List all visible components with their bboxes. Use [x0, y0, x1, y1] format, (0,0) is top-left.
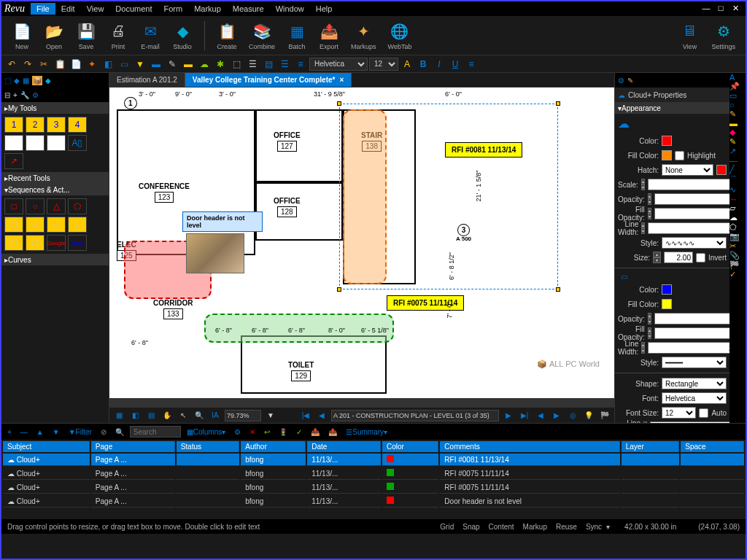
- status-snap[interactable]: Snap: [462, 523, 479, 531]
- fill-color2-swatch[interactable]: [662, 299, 672, 309]
- shape-item[interactable]: ⬠: [68, 198, 87, 214]
- tool-item[interactable]: ↗: [4, 153, 23, 169]
- line-space-input[interactable]: [650, 421, 729, 423]
- menu-view[interactable]: View: [81, 3, 110, 15]
- menu-help[interactable]: Help: [310, 3, 338, 15]
- summary-button[interactable]: ☰ Summary ▾: [343, 425, 390, 438]
- bold-icon[interactable]: B: [416, 57, 430, 71]
- italic-icon[interactable]: I: [432, 57, 446, 71]
- vtab-icon[interactable]: ∿: [729, 185, 746, 195]
- tool-icon[interactable]: ✦: [85, 57, 99, 71]
- tool-icon[interactable]: 🔧: [20, 91, 29, 99]
- tool-icon[interactable]: ✱: [213, 57, 228, 71]
- layout-icon[interactable]: ▤: [144, 409, 158, 422]
- col-status[interactable]: Status: [177, 441, 240, 452]
- add-icon[interactable]: +: [13, 91, 18, 99]
- pencil-icon[interactable]: ✎: [627, 77, 633, 85]
- opacity-spinner[interactable]: ▴▾: [648, 193, 651, 205]
- col-subject[interactable]: Subject: [3, 441, 90, 452]
- style-select[interactable]: ∿∿∿∿∿: [662, 237, 727, 249]
- target-icon[interactable]: ◎: [566, 409, 579, 422]
- import-icon[interactable]: 📥: [308, 425, 322, 438]
- reply-icon[interactable]: ↩: [261, 425, 273, 438]
- lw2-spinner[interactable]: ▴▾: [641, 342, 645, 354]
- tab-icon[interactable]: ◆: [45, 77, 51, 85]
- down-icon[interactable]: ▼: [50, 425, 63, 438]
- vtab-icon[interactable]: ▬: [729, 119, 746, 128]
- shape-item[interactable]: Google: [47, 235, 66, 251]
- up-icon[interactable]: ▲: [34, 425, 47, 438]
- hatch-color-swatch[interactable]: [716, 165, 727, 175]
- view-button[interactable]: 🖥View: [675, 20, 704, 52]
- font-color-icon[interactable]: A: [400, 57, 414, 71]
- shape-item[interactable]: ○: [68, 217, 87, 233]
- next-page-icon[interactable]: ▶: [502, 409, 515, 422]
- highlight-checkbox[interactable]: [675, 151, 684, 160]
- delete-icon[interactable]: ✕: [247, 425, 258, 438]
- line-width2-input[interactable]: [648, 342, 729, 354]
- underline-icon[interactable]: U: [448, 57, 462, 71]
- thumbnail-icon[interactable]: ▦: [112, 409, 125, 422]
- hatch-select[interactable]: None: [662, 164, 713, 176]
- pan-icon[interactable]: ✋: [160, 409, 174, 422]
- fill-op2-spinner[interactable]: ▴▾: [648, 327, 651, 339]
- email-button[interactable]: ✉E-mail: [136, 20, 165, 52]
- vtab-icon[interactable]: ✓: [729, 270, 746, 279]
- tool-item[interactable]: 2: [26, 117, 44, 133]
- tool-item[interactable]: 4: [68, 117, 87, 133]
- col-date[interactable]: Date: [307, 441, 381, 452]
- ls-spinner[interactable]: ▴▾: [643, 421, 647, 423]
- bulb-icon[interactable]: 💡: [582, 409, 595, 422]
- fill-opacity-spinner[interactable]: ▴▾: [648, 208, 651, 219]
- select-icon[interactable]: ↖: [177, 409, 190, 422]
- cut-icon[interactable]: ✂: [36, 57, 51, 71]
- menu-document[interactable]: Document: [109, 3, 158, 15]
- batch-button[interactable]: ▦Batch: [282, 20, 311, 52]
- shape-select[interactable]: Rectangle: [662, 378, 727, 389]
- back-icon[interactable]: ◀: [534, 409, 547, 422]
- curves-header[interactable]: ▸ Curves: [1, 254, 109, 265]
- vtab-icon[interactable]: ☁: [729, 213, 746, 222]
- save-button[interactable]: 💾Save: [71, 20, 101, 52]
- table-row[interactable]: ☁ Cloud+Page A ...bfong11/13/...RFI #007…: [3, 481, 744, 494]
- vtab-icon[interactable]: ✎: [729, 137, 746, 147]
- tool-item[interactable]: 3: [47, 117, 66, 133]
- columns-button[interactable]: ▦ Columns ▾: [184, 425, 228, 438]
- size-input[interactable]: [664, 252, 693, 263]
- collapse-icon[interactable]: —: [18, 425, 31, 438]
- table-row[interactable]: ☁ Cloud+Page A ...bfong11/13/...RFI #007…: [3, 467, 744, 480]
- tool-icon[interactable]: ☰: [245, 57, 260, 71]
- color-swatch[interactable]: [662, 136, 672, 146]
- vtab-icon[interactable]: 📎: [729, 251, 746, 260]
- pen-icon[interactable]: ✎: [165, 57, 179, 71]
- sequences-header[interactable]: ▾ Sequences & Act...: [1, 184, 109, 195]
- tool-item[interactable]: [47, 135, 66, 151]
- status-content[interactable]: Content: [489, 523, 514, 531]
- vtab-icon[interactable]: ↔: [729, 195, 746, 203]
- vtab-icon[interactable]: ⌒: [729, 174, 746, 185]
- tool-icon[interactable]: ☰: [277, 57, 292, 71]
- minimize-button[interactable]: —: [700, 4, 712, 14]
- status-markup[interactable]: Markup: [523, 523, 547, 531]
- cloud-icon[interactable]: ☁: [197, 57, 212, 71]
- invert-checkbox[interactable]: [696, 253, 705, 262]
- vtab-icon[interactable]: A: [729, 73, 746, 82]
- print-button[interactable]: 🖨Print: [104, 20, 133, 52]
- flag-icon[interactable]: 🏁: [598, 409, 611, 422]
- tab-icon[interactable]: ▦: [23, 77, 29, 85]
- col-space[interactable]: Space: [681, 441, 744, 452]
- tool-item[interactable]: [4, 135, 23, 151]
- paste-icon[interactable]: 📄: [69, 57, 83, 71]
- open-button[interactable]: 📂Open: [39, 20, 69, 52]
- menu-edit[interactable]: Edit: [55, 3, 81, 15]
- tool-item[interactable]: A▯: [68, 135, 87, 151]
- status-reuse[interactable]: Reuse: [556, 523, 577, 531]
- status-sync[interactable]: Sync: [586, 523, 602, 531]
- text-icon[interactable]: IA: [209, 409, 222, 422]
- vtab-icon[interactable]: 📷: [729, 232, 746, 241]
- table-row[interactable]: ☁ Cloud+Page A ...bfong11/13/...Door hea…: [3, 495, 744, 508]
- col-comments[interactable]: Comments: [440, 441, 619, 452]
- tool-item[interactable]: 1: [4, 117, 23, 133]
- style2-select[interactable]: ━━━━: [662, 357, 727, 368]
- recent-tools-header[interactable]: ▸ Recent Tools: [1, 172, 109, 184]
